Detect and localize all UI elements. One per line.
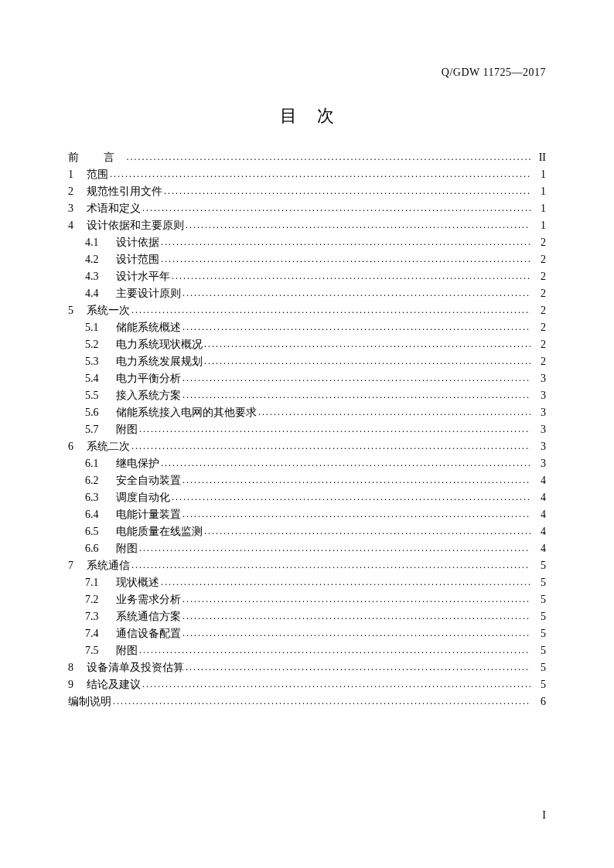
toc-entry-page: II [534,149,546,165]
toc-leader-dots [182,285,530,301]
document-code: Q/GDW 11725—2017 [442,66,546,79]
toc-leader-dots [186,659,530,676]
toc-leader-dots [182,506,530,523]
toc-entry-number: 7 [68,557,79,574]
toc-entry-number: 6.2 [85,472,108,488]
toc-leader-dots [110,166,530,182]
toc-entry: 编制说明6 [68,693,546,710]
toc-entry-label: 系统二次 [87,438,130,454]
toc-entry-label: 设计依据 [116,234,159,250]
toc-entry-page: 5 [534,574,546,591]
toc-entry-number: 5.6 [85,404,108,420]
toc-entry: 6系统二次3 [68,438,546,455]
toc-entry-label: 电力平衡分析 [116,370,181,386]
toc-entry: 9结论及建议5 [68,676,546,693]
toc-entry-page: 2 [534,251,546,267]
toc-entry-page: 4 [534,540,546,557]
toc-entry-number: 5.5 [85,387,108,403]
toc-entry: 5.2电力系统现状概况2 [68,336,546,353]
toc-entry-page: 5 [534,591,546,608]
toc-entry-page: 4 [534,489,546,505]
toc-entry: 1范围1 [68,166,546,183]
toc-entry-number: 5 [68,302,79,318]
toc-entry: 前 言II [68,149,546,166]
toc-entry-number: 7.2 [85,591,108,608]
toc-entry-number: 2 [68,183,79,199]
toc-entry-page: 5 [534,659,546,676]
toc-entry-number: 4 [68,217,79,233]
toc-entry-page: 3 [534,404,546,420]
toc-entry-label: 储能系统接入电网的其他要求 [116,404,257,420]
toc-entry: 6.1继电保护3 [68,455,546,472]
toc-entry-page: 5 [534,608,546,625]
toc-leader-dots [182,591,530,608]
toc-entry-page: 2 [534,319,546,335]
toc-entry-label: 附图 [116,642,138,659]
toc-leader-dots [127,149,531,165]
toc-entry-label: 设计水平年 [116,268,170,284]
toc-entry-number: 6.3 [85,489,108,505]
toc-leader-dots [131,557,530,574]
toc-entry-label: 调度自动化 [116,489,170,505]
toc-entry: 6.2安全自动装置4 [68,472,546,489]
toc-entry-label: 术语和定义 [87,200,141,216]
toc-leader-dots [182,319,530,335]
toc-leader-dots [182,472,530,488]
toc-entry-page: 2 [534,285,546,301]
toc-entry-label: 设备清单及投资估算 [87,659,184,676]
toc-entry-page: 5 [534,676,546,693]
toc-entry-label: 通信设备配置 [116,625,181,642]
toc-entry-label: 系统一次 [87,302,130,318]
toc-entry-page: 1 [534,200,546,216]
page-number: I [542,809,546,822]
toc-entry: 4.2设计范围2 [68,251,546,268]
toc-entry-label: 现状概述 [116,574,159,591]
toc-entry-label: 编制说明 [68,693,111,710]
toc-leader-dots [258,404,530,420]
toc-entry-number: 6 [68,438,79,454]
toc-entry-number: 7.4 [85,625,108,642]
toc-leader-dots [139,540,530,557]
toc-entry-page: 5 [534,642,546,659]
toc-leader-dots [161,455,530,471]
toc-leader-dots [164,183,530,199]
toc-leader-dots [161,574,530,591]
toc-entry: 7.5附图5 [68,642,546,659]
toc-leader-dots [161,234,530,250]
toc-entry-label: 附图 [116,421,138,437]
toc-entry-page: 1 [534,183,546,199]
toc-entry-label: 电力系统发展规划 [116,353,203,369]
toc-entry-number: 9 [68,676,79,693]
toc-entry-page: 3 [534,438,546,454]
toc-entry-page: 3 [534,455,546,471]
toc-leader-dots [204,353,530,369]
toc-entry: 6.4电能计量装置4 [68,506,546,523]
toc-entry-number: 6.6 [85,540,108,557]
toc-entry-page: 2 [534,353,546,369]
toc-entry-page: 2 [534,234,546,250]
toc-entry-number: 5.7 [85,421,108,437]
toc-entry-number: 7.5 [85,642,108,659]
toc-entry-label: 电力系统现状概况 [116,336,203,352]
toc-entry-label: 主要设计原则 [116,285,181,301]
toc-entry: 7.1现状概述5 [68,574,546,591]
toc-entry: 5.4电力平衡分析3 [68,370,546,387]
toc-entry-number: 6.4 [85,506,108,523]
toc-leader-dots [131,302,530,318]
toc-leader-dots [139,642,530,659]
toc-entry-page: 4 [534,506,546,523]
toc-entry: 7系统通信5 [68,557,546,574]
toc-entry-page: 2 [534,336,546,352]
toc-entry-label: 电能质量在线监测 [116,523,203,540]
toc-entry-label: 系统通信方案 [116,608,181,625]
toc-entry-page: 1 [534,166,546,182]
toc-entry-number: 3 [68,200,79,216]
toc-entry-label: 电能计量装置 [116,506,181,523]
toc-leader-dots [182,608,530,625]
toc-entry: 6.6附图4 [68,540,546,557]
toc-entry-number: 6.5 [85,523,108,540]
toc-entry-label: 接入系统方案 [116,387,181,403]
toc-entry-label: 结论及建议 [87,676,141,693]
toc-entry-number: 5.1 [85,319,108,335]
toc-entry-number: 4.2 [85,251,108,267]
